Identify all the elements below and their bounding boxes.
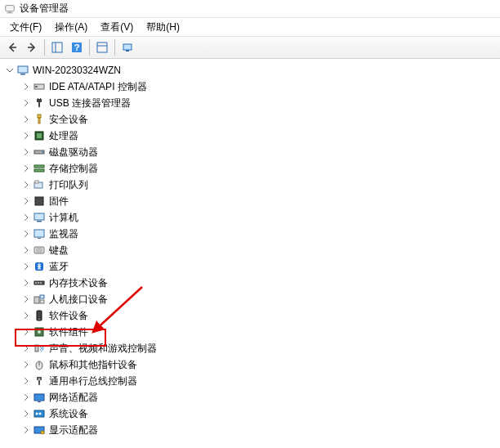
expand-icon[interactable] <box>20 178 33 191</box>
svg-point-59 <box>41 431 44 434</box>
category-icon <box>33 227 46 240</box>
expand-icon[interactable] <box>20 342 33 355</box>
tree-item[interactable]: 固件 <box>3 193 500 209</box>
tree-item[interactable]: 打印队列 <box>3 177 500 193</box>
tree-item-label: 声音、视频和游戏控制器 <box>49 342 157 356</box>
tree-item-label: 系统设备 <box>49 407 88 421</box>
svg-rect-10 <box>126 50 129 52</box>
svg-rect-41 <box>40 282 42 284</box>
tree-item[interactable]: 软件设备 <box>3 307 500 324</box>
tree-item-label: 内存技术设备 <box>49 276 108 290</box>
svg-rect-53 <box>34 394 44 401</box>
svg-rect-16 <box>40 98 41 100</box>
svg-rect-49 <box>35 345 38 352</box>
expand-icon[interactable] <box>20 129 33 142</box>
expand-icon[interactable] <box>20 325 33 338</box>
svg-rect-46 <box>38 319 40 320</box>
toolbar-separator <box>114 39 115 56</box>
tree-item[interactable]: 键盘 <box>3 242 500 258</box>
menu-view[interactable]: 查看(V) <box>94 19 140 36</box>
expand-icon[interactable] <box>20 227 33 240</box>
svg-text:?: ? <box>74 43 80 52</box>
svg-rect-27 <box>35 197 43 205</box>
expand-icon[interactable] <box>20 146 33 159</box>
svg-rect-12 <box>20 74 25 75</box>
computer-icon <box>16 64 29 77</box>
svg-rect-54 <box>38 401 41 402</box>
svg-rect-3 <box>52 43 62 52</box>
tree-item[interactable]: 蓝牙 <box>3 258 500 275</box>
expand-icon[interactable] <box>20 113 33 126</box>
category-icon <box>33 423 46 437</box>
scan-hardware-button[interactable] <box>118 38 137 57</box>
expand-icon[interactable] <box>20 244 33 257</box>
expand-icon[interactable] <box>20 391 33 404</box>
expand-icon[interactable] <box>20 309 33 322</box>
expand-icon[interactable] <box>20 162 33 175</box>
device-manager-icon <box>3 2 16 16</box>
tree-item[interactable]: 内存技术设备 <box>3 275 500 291</box>
tree-item[interactable]: 显示适配器 <box>3 422 500 438</box>
collapse-icon[interactable] <box>3 64 16 77</box>
category-icon <box>33 211 46 224</box>
tree-item-label: 人机接口设备 <box>49 293 108 307</box>
svg-rect-30 <box>34 230 44 237</box>
tree-item[interactable]: 存储控制器 <box>3 160 500 177</box>
category-icon <box>33 244 46 257</box>
tree-item[interactable]: 计算机 <box>3 209 500 226</box>
expand-icon[interactable] <box>20 96 33 110</box>
category-icon <box>33 178 46 191</box>
expand-icon[interactable] <box>20 260 33 273</box>
tree-item[interactable]: 磁盘驱动器 <box>3 144 500 160</box>
tree-item-label: 存储控制器 <box>49 162 98 176</box>
expand-icon[interactable] <box>20 276 33 289</box>
category-icon <box>33 195 46 208</box>
tree-item[interactable]: 监视器 <box>3 226 500 242</box>
menubar: 文件(F) 操作(A) 查看(V) 帮助(H) <box>0 18 500 36</box>
svg-point-52 <box>38 379 40 380</box>
svg-point-57 <box>39 413 42 415</box>
expand-icon[interactable] <box>20 407 33 420</box>
expand-icon[interactable] <box>20 358 33 371</box>
expand-icon[interactable] <box>20 195 33 208</box>
tree-item-label: 蓝牙 <box>49 260 69 274</box>
expand-icon[interactable] <box>20 211 33 224</box>
tree-item[interactable]: IDE ATA/ATAPI 控制器 <box>3 78 500 95</box>
menu-action[interactable]: 操作(A) <box>48 19 94 36</box>
titlebar: 设备管理器 <box>0 0 500 18</box>
svg-rect-40 <box>38 282 39 284</box>
tree-item[interactable]: 网络适配器 <box>3 389 500 405</box>
back-button[interactable] <box>2 38 22 57</box>
tree-root[interactable]: WIN-20230324WZN <box>3 62 500 78</box>
tree-item[interactable]: 处理器 <box>3 128 500 144</box>
tree-item-label: USB 连接器管理器 <box>49 96 131 110</box>
tree-item-label: IDE ATA/ATAPI 控制器 <box>49 80 147 94</box>
tree-item[interactable]: 软件组件 <box>3 324 500 340</box>
tree-item[interactable]: 鼠标和其他指针设备 <box>3 356 500 373</box>
properties-button[interactable] <box>92 38 112 57</box>
forward-button[interactable] <box>22 38 42 57</box>
help-button[interactable]: ? <box>67 38 87 57</box>
expand-icon[interactable] <box>20 423 33 437</box>
tree-item[interactable]: 系统设备 <box>3 405 500 422</box>
menu-file[interactable]: 文件(F) <box>3 19 48 36</box>
category-icon <box>33 80 46 93</box>
tree-item[interactable]: 通用串行总线控制器 <box>3 373 500 389</box>
expand-icon[interactable] <box>20 80 33 93</box>
device-tree[interactable]: WIN-20230324WZN IDE ATA/ATAPI 控制器USB 连接器… <box>0 59 500 448</box>
tree-item[interactable]: USB 连接器管理器 <box>3 95 500 111</box>
category-icon <box>33 260 46 273</box>
tree-item[interactable]: 安全设备 <box>3 111 500 128</box>
expand-icon[interactable] <box>20 374 33 388</box>
svg-point-48 <box>38 330 41 334</box>
tree-item[interactable]: 声音、视频和游戏控制器 <box>3 340 500 356</box>
menu-help[interactable]: 帮助(H) <box>140 19 186 36</box>
show-hide-tree-button[interactable] <box>47 38 67 57</box>
svg-rect-18 <box>38 118 40 123</box>
svg-rect-44 <box>40 300 44 303</box>
tree-item-label: 处理器 <box>49 129 78 143</box>
category-icon <box>33 293 46 306</box>
svg-rect-11 <box>18 66 28 73</box>
expand-icon[interactable] <box>20 293 33 306</box>
tree-item[interactable]: 人机接口设备 <box>3 291 500 307</box>
